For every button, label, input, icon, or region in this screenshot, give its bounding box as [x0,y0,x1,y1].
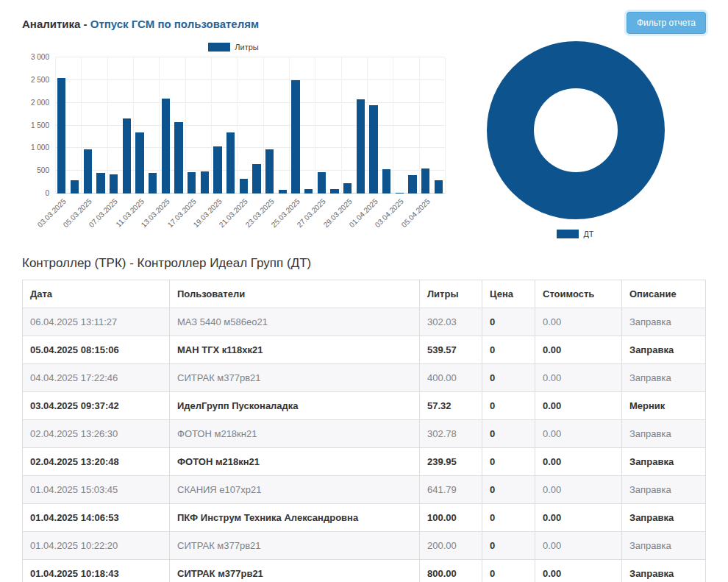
bar-slot [380,57,393,194]
table-cell: 0.00 [535,308,622,336]
table-row: 01.04.2025 10:22:20СИТРАК м377рв21200.00… [23,532,706,560]
bar [213,146,221,194]
table-cell: 0.00 [535,560,622,582]
table-cell: Заправка [622,532,706,560]
table-cell: МАЗ 5440 м586ео21 [170,308,420,336]
bar-slot: 03.03.2025 [55,57,68,194]
table-row: 03.04.2025 09:37:42ИделГрупп Пусконаладк… [23,392,706,420]
table-row: 01.04.2025 14:06:53ПКФ Инструм Техника А… [23,504,706,532]
bar-slot: 01.04.2025 [367,57,380,194]
table-cell: Заправка [622,308,706,336]
table-cell: 01.04.2025 10:18:43 [23,560,170,582]
table-cell: 04.04.2025 17:22:46 [23,364,170,392]
table-cell: 06.04.2025 13:11:27 [23,308,170,336]
y-tick-label: 500 [37,167,49,174]
y-tick-label: 2 500 [31,77,49,84]
bar-slot: 03.04.2025 [393,57,406,194]
y-tick-label: 0 [45,190,49,197]
table-cell: 302.03 [420,308,482,336]
bar [435,180,443,194]
column-header: Цена [482,280,535,308]
bar [240,179,248,194]
bar [84,149,92,194]
bar-slot [354,57,367,194]
table-cell: Заправка [622,336,706,364]
column-header: Пользователи [170,280,420,308]
y-tick-label: 1 000 [31,144,49,152]
table-section: Контроллер (ТРК) - Контроллер Идеал Груп… [22,256,706,582]
bar-slot [68,57,82,194]
table-cell: ИделГрупп Пусконаладка [170,392,420,420]
table-cell: 0.00 [535,504,622,532]
legend-label: Литры [235,43,258,52]
bar [149,173,157,194]
table-cell: 400.00 [420,364,482,392]
bar [135,132,143,194]
charts-row: Литры 05001 0001 5002 0002 5003 000 03.0… [22,40,706,246]
table-cell: 539.57 [420,336,482,364]
donut-legend[interactable]: ДТ [557,227,593,241]
table-row: 05.04.2025 08:15:06МАН ТГХ к118хк21539.5… [23,336,706,364]
table-cell: 0 [482,308,535,336]
bar-slot [432,57,445,194]
column-header: Стоимость [535,280,622,308]
column-header: Литры [420,280,482,308]
bar-slot [276,57,289,194]
table-row: 02.04.2025 13:26:30ФОТОН м218кн21302.780… [23,420,706,448]
table-cell: 05.04.2025 08:15:06 [23,336,170,364]
bar [188,172,196,194]
donut [487,41,665,219]
table-cell: 57.32 [420,392,482,420]
bar [265,149,274,194]
bar-chart-legend[interactable]: Литры [22,40,445,54]
bar-slot [250,57,263,194]
table-cell: 0.00 [535,476,622,504]
table-cell: 0 [482,532,535,560]
table-cell: 239.95 [420,448,482,476]
column-header: Описание [622,280,706,308]
bar-slot [302,57,315,194]
bar-slot: 17.03.2025 [185,57,199,194]
table-cell: 0.00 [535,336,622,364]
legend-label: ДТ [583,230,593,238]
legend-swatch [208,43,230,52]
bar-slot [94,57,107,194]
y-tick-label: 3 000 [31,54,49,61]
column-header: Дата [23,280,170,308]
bar-chart: Литры 05001 0001 5002 0002 5003 000 03.0… [22,40,445,246]
bar-chart-area: 05001 0001 5002 0002 5003 000 03.03.2025… [22,57,445,194]
bar [252,164,260,194]
bar-slot [224,57,238,194]
table-cell: СИТРАК м377рв21 [170,364,420,392]
y-tick-label: 1 500 [31,122,49,129]
bar [226,132,235,194]
filter-report-button[interactable]: Фильтр отчета [627,12,706,34]
table-cell: 0.00 [535,532,622,560]
bar [408,175,416,194]
table-cell: Заправка [622,364,706,392]
bar [330,189,338,194]
y-axis: 05001 0001 5002 0002 5003 000 [22,57,55,194]
table-cell: 0.00 [535,448,622,476]
table-cell: 02.04.2025 13:20:48 [23,448,170,476]
bar-slot: 07.03.2025 [107,57,121,194]
table-cell: СИТРАК м377рв21 [170,560,420,582]
table-row: 06.04.2025 13:11:27МАЗ 5440 м586ео21302.… [23,308,706,336]
table-cell: Заправка [622,560,706,582]
table-cell: Заправка [622,420,706,448]
table-cell: ФОТОН м218кн21 [170,448,420,476]
table-cell: 02.04.2025 13:26:30 [23,420,170,448]
table-cell: Заправка [622,448,706,476]
table-cell: 0 [482,448,535,476]
bar-slot: 11.03.2025 [133,57,146,194]
table-cell: Заправка [622,504,706,532]
bar-slot: 19.03.2025 [211,57,224,194]
bar [201,171,209,194]
table-cell: СКАНИЯ е107хр21 [170,476,420,504]
table-cell: 100.00 [420,504,482,532]
bar [421,168,429,194]
bar-slot: 29.03.2025 [341,57,354,194]
bar [343,183,351,194]
legend-swatch [557,230,579,238]
page-title: Аналитика - Отпуск ГСМ по пользователям [22,12,259,30]
